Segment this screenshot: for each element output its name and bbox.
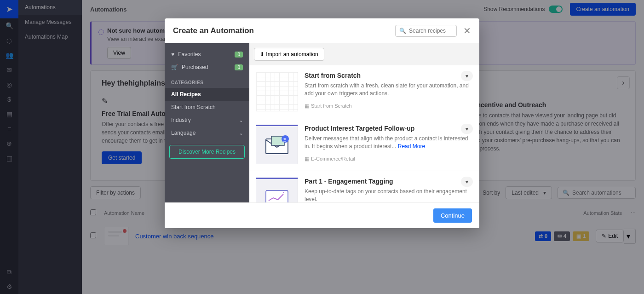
sidebar-purchased[interactable]: 🛒 Purchased 0 [165, 61, 249, 74]
sidebar-industry[interactable]: Industry⌄ [165, 114, 249, 127]
heart-icon: ♥ [466, 126, 469, 132]
sidebar-favorites[interactable]: ♥ Favorites 0 [165, 48, 249, 61]
recipe-thumbnail [256, 72, 298, 111]
heart-icon: ♥ [171, 51, 174, 58]
recipe-title: Product Interest Targeted Follow-up [305, 125, 473, 132]
close-icon[interactable]: ✕ [463, 25, 471, 36]
recipe-desc: Start from scratch with a fresh, clean s… [305, 82, 473, 98]
recipe-title: Start from Scratch [305, 72, 473, 79]
recipe-item[interactable]: Product Interest Targeted Follow-up Deli… [249, 118, 479, 171]
cart-icon: 🛒 [171, 64, 178, 70]
modal-sidebar: ♥ Favorites 0 🛒 Purchased 0 CATEGORIES A… [165, 43, 249, 202]
recipe-pane: ⬇ Import an automation Start from Scratc… [249, 43, 479, 202]
sidebar-start-scratch[interactable]: Start from Scratch [165, 101, 249, 114]
recipe-list[interactable]: Start from Scratch Start from scratch wi… [249, 65, 479, 202]
search-icon: 🔍 [399, 28, 406, 34]
sidebar-language[interactable]: Language⌄ [165, 127, 249, 139]
download-icon: ⬇ [260, 51, 264, 58]
modal-overlay[interactable]: Create an Automation 🔍 ✕ ♥ Favorites 0 🛒… [0, 0, 644, 294]
modal-header: Create an Automation 🔍 ✕ [165, 18, 479, 43]
import-automation-button[interactable]: ⬇ Import an automation [254, 48, 324, 61]
recipe-thumbnail [256, 178, 298, 202]
recipe-desc: Deliver messages that align with the pro… [305, 135, 473, 150]
continue-button[interactable]: Continue [433, 208, 472, 223]
favorite-button[interactable]: ♥ [461, 71, 473, 81]
recipe-desc: Keep up-to-date tags on your contacts ba… [305, 188, 473, 202]
recipe-tag: ▦Start from Scratch [305, 103, 352, 109]
modal-footer: Continue [165, 202, 479, 228]
favorites-count: 0 [235, 52, 243, 58]
purchased-count: 0 [235, 64, 243, 70]
recipe-thumbnail [256, 125, 298, 164]
recipe-tag: ▦E-Commerce/Retail [305, 156, 355, 162]
create-automation-modal: Create an Automation 🔍 ✕ ♥ Favorites 0 🛒… [165, 18, 479, 228]
recipe-item[interactable]: Part 1 - Engagement Tagging Keep up-to-d… [249, 171, 479, 202]
tag-icon: ▦ [305, 156, 309, 162]
recipe-search-input[interactable]: 🔍 [395, 25, 457, 37]
heart-icon: ♥ [466, 179, 469, 184]
tag-icon: ▦ [305, 103, 309, 109]
modal-title: Create an Automation [173, 26, 254, 35]
heart-icon: ♥ [466, 73, 469, 79]
categories-header: CATEGORIES [165, 74, 249, 88]
favorite-button[interactable]: ♥ [461, 124, 473, 134]
recipe-item[interactable]: Start from Scratch Start from scratch wi… [249, 65, 479, 118]
recipe-title: Part 1 - Engagement Tagging [305, 178, 473, 185]
discover-recipes-button[interactable]: Discover More Recipes [169, 145, 245, 159]
read-more-link[interactable]: Read More [398, 143, 425, 150]
sidebar-all-recipes[interactable]: All Recipes [165, 88, 249, 101]
favorite-button[interactable]: ♥ [461, 177, 473, 187]
chevron-down-icon: ⌄ [239, 118, 243, 123]
chevron-down-icon: ⌄ [239, 131, 243, 136]
